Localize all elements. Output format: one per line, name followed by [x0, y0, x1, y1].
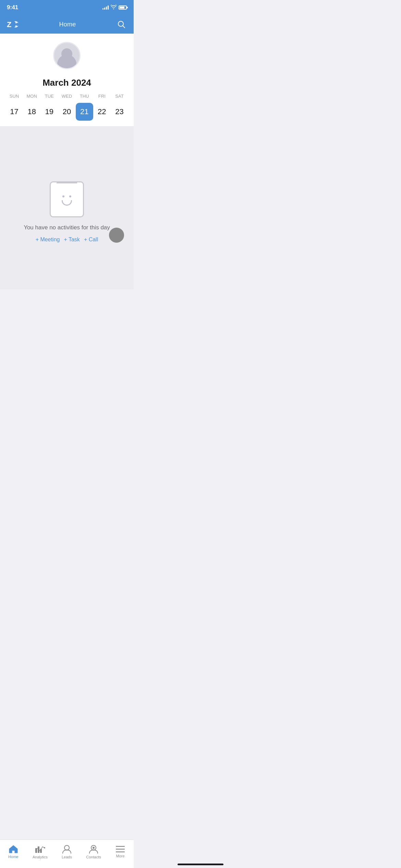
date-row: 17 18 19 20 21 22 23	[5, 103, 128, 121]
date-17[interactable]: 17	[5, 103, 23, 121]
smiley-eye-left	[62, 195, 64, 197]
weekday-sat: SAT	[111, 92, 128, 100]
app-logo[interactable]: Z	[7, 20, 19, 29]
smiley-eye-right	[69, 195, 71, 197]
smiley-eyes	[62, 195, 71, 197]
weekday-thu: THU	[76, 92, 93, 100]
weekday-fri: FRI	[93, 92, 111, 100]
empty-message: You have no activities for this day	[24, 224, 110, 231]
date-19[interactable]: 19	[40, 103, 58, 121]
weekday-wed: WED	[58, 92, 75, 100]
weekday-mon: MON	[23, 92, 40, 100]
avatar-section	[0, 34, 134, 75]
signal-icon	[102, 5, 109, 10]
activity-actions: + Meeting + Task + Call	[36, 237, 98, 243]
calendar-section: SUN MON TUE WED THU FRI SAT 17 18 19 20 …	[0, 92, 134, 126]
svg-text:Z: Z	[7, 20, 11, 29]
add-meeting-button[interactable]: + Meeting	[36, 237, 60, 243]
weekday-sun: SUN	[5, 92, 23, 100]
avatar[interactable]	[53, 42, 81, 69]
wifi-icon	[111, 5, 117, 10]
add-task-button[interactable]: + Task	[64, 237, 80, 243]
date-22[interactable]: 22	[93, 103, 111, 121]
status-icons	[102, 5, 127, 10]
month-title: March 2024	[0, 75, 134, 92]
weekday-tue: TUE	[40, 92, 58, 100]
date-20[interactable]: 20	[58, 103, 75, 121]
status-bar: 9:41	[0, 0, 134, 15]
weekday-row: SUN MON TUE WED THU FRI SAT	[5, 92, 128, 100]
main-content: March 2024 SUN MON TUE WED THU FRI SAT 1…	[0, 34, 134, 126]
fab-button[interactable]	[109, 228, 124, 243]
smiley-face	[62, 195, 72, 206]
date-18[interactable]: 18	[23, 103, 40, 121]
smiley-mouth	[62, 200, 72, 206]
date-21-today[interactable]: 21	[76, 103, 93, 121]
date-23[interactable]: 23	[111, 103, 128, 121]
nav-title: Home	[59, 21, 76, 28]
empty-state-icon	[50, 181, 84, 217]
nav-bar: Z Home	[0, 15, 134, 34]
battery-icon	[119, 5, 127, 10]
activities-section: You have no activities for this day + Me…	[0, 126, 134, 289]
search-icon[interactable]	[116, 19, 127, 30]
status-time: 9:41	[7, 4, 18, 11]
add-call-button[interactable]: + Call	[84, 237, 98, 243]
